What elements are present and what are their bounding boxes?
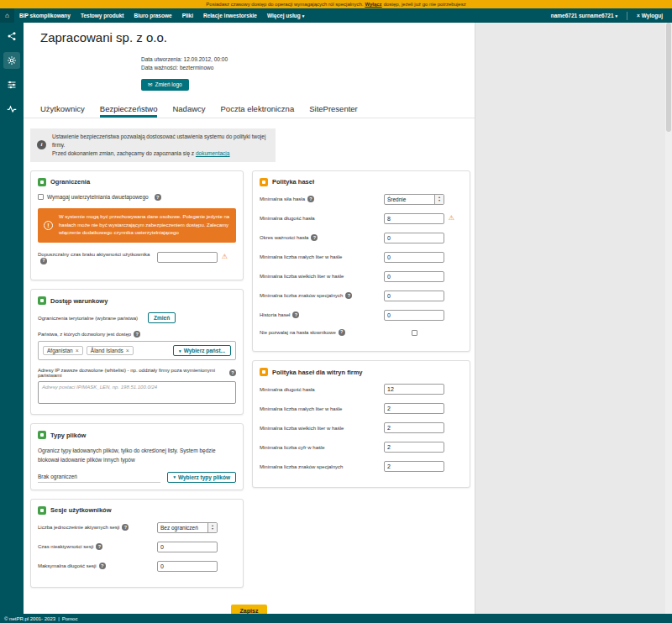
sidebar-item-share[interactable]	[3, 28, 20, 44]
created-date: Data utworzenia: 12.09.2012, 00:00	[141, 55, 475, 64]
left-column: Ograniczenia Wymagaj uwierzytelniania dw…	[30, 170, 244, 596]
file-types-card-icon	[38, 431, 46, 439]
password-strength-select[interactable]: Średnie ▴ ▾	[384, 194, 444, 205]
page-scrollbar[interactable]	[665, 23, 672, 614]
remove-tag-icon[interactable]: ×	[126, 348, 129, 353]
min-lowercase-input[interactable]	[384, 252, 444, 263]
disable-access-link[interactable]: Wyłącz	[365, 2, 381, 7]
help-icon[interactable]: ?	[292, 312, 299, 318]
select-file-types-button[interactable]: ▾ Wybierz typy plików	[167, 472, 236, 483]
notice-text-before: Posiadasz czasowy dostęp do operacji wym…	[206, 2, 363, 7]
logout-button[interactable]: × Wyloguj	[632, 13, 668, 18]
help-icon[interactable]: ?	[99, 563, 106, 569]
save-button[interactable]: Zapisz	[231, 605, 268, 614]
ip-whitelist-textarea[interactable]	[38, 381, 236, 404]
site-min-uppercase-input[interactable]	[384, 422, 444, 433]
help-link[interactable]: Pomoc	[62, 616, 78, 621]
help-icon[interactable]: ?	[307, 196, 314, 202]
country-tags: Afganistan × Åland Islands ×	[43, 346, 134, 355]
tab-bezpieczenstwo[interactable]: Bezpieczeństwo	[100, 104, 158, 118]
left-sidebar	[0, 23, 24, 614]
site-min-lowercase-input[interactable]	[384, 403, 444, 414]
country-selection-box: Afganistan × Åland Islands × ▾ Wybierz p…	[38, 341, 236, 360]
help-icon[interactable]: ?	[345, 292, 352, 299]
info-line-2: Przed dokonaniem zmian, zachęcamy do zap…	[52, 149, 269, 158]
field-label: Liczba jednocześnie aktywnych sesji ?	[38, 524, 157, 531]
help-icon[interactable]: ?	[311, 234, 318, 241]
stepper[interactable]: ▴ ▾	[207, 523, 217, 532]
warning-text: W systemie mogą być przechowywana dane o…	[59, 213, 230, 238]
chevron-down-icon: ▾	[179, 348, 181, 353]
site-min-password-length-input[interactable]	[384, 384, 444, 395]
restrictions-card-icon	[38, 178, 46, 186]
sidebar-item-activity[interactable]	[3, 101, 20, 118]
password-expiry-input[interactable]	[384, 233, 444, 243]
card-header: Dostęp warunkowy	[38, 296, 236, 305]
help-icon[interactable]: ?	[40, 258, 47, 264]
field-label: Minimalna liczba cyfr w haśle	[260, 444, 384, 451]
help-icon[interactable]: ?	[229, 369, 236, 376]
stepper[interactable]: ▴ ▾	[434, 195, 444, 204]
change-logo-button[interactable]: ✉ Zmień logo	[141, 79, 189, 91]
two-factor-label: Wymagaj uwierzytelniania dwuetapowego	[47, 194, 149, 200]
two-factor-row: Wymagaj uwierzytelniania dwuetapowego ?	[38, 194, 236, 201]
nav-item-wiecej-uslug[interactable]: Więcej usług ▾	[262, 13, 309, 18]
session-inactivity-input[interactable]	[157, 542, 218, 552]
tab-uzytkownicy[interactable]: Użytkownicy	[40, 104, 85, 118]
company-meta: Data utworzenia: 12.09.2012, 00:00 Data …	[141, 55, 475, 73]
nav-item-biuro-prasowe[interactable]: Biuro prasowe	[129, 13, 176, 18]
tab-nadawcy[interactable]: Nadawcy	[172, 104, 205, 118]
sidebar-item-settings[interactable]	[3, 52, 20, 69]
help-icon[interactable]: ?	[155, 194, 161, 201]
remove-tag-icon[interactable]: ×	[76, 348, 79, 353]
territorial-row: Ograniczenia terytorialne (wybrane państ…	[38, 312, 236, 323]
validity-date: Data ważności: bezterminowo	[141, 64, 475, 72]
scrollbar-thumb[interactable]	[666, 23, 671, 132]
gear-icon	[7, 55, 17, 65]
sidebar-item-admin[interactable]	[3, 76, 20, 93]
home-button[interactable]: ⌂	[0, 8, 14, 23]
home-icon: ⌂	[5, 12, 9, 19]
logout-icon: ×	[637, 13, 640, 18]
documentation-link[interactable]: dokumentacją	[196, 150, 229, 156]
site-min-digits-input[interactable]	[384, 442, 444, 453]
no-dictionary-passwords-row: Nie pozwalaj na hasła słownikowe ?	[260, 329, 463, 336]
help-icon[interactable]: ?	[339, 329, 345, 336]
select-countries-button[interactable]: ▾ Wybierz państ...	[173, 345, 231, 356]
change-territorial-button[interactable]: Zmień	[148, 312, 176, 323]
nav-item-relacje-inwestorskie[interactable]: Relacje inwestorskie	[198, 13, 262, 18]
site-min-special-chars-input[interactable]	[384, 461, 444, 472]
sliders-icon	[7, 80, 17, 90]
footer-separator: |	[58, 616, 60, 621]
two-factor-checkbox[interactable]	[38, 194, 44, 200]
file-types-description: Ogranicz typy ładowanych plików, tylko d…	[38, 447, 236, 464]
help-icon[interactable]: ?	[122, 524, 129, 531]
password-policy-card-icon	[260, 178, 268, 186]
card-ograniczenia: Ograniczenia Wymagaj uwierzytelniania dw…	[30, 170, 244, 280]
tab-sitepresenter[interactable]: SitePresenter	[309, 104, 358, 118]
session-max-length-input[interactable]	[157, 561, 218, 572]
min-uppercase-input[interactable]	[384, 271, 444, 282]
nav-item-bip-skomplikowany[interactable]: BIP skomplikowany	[14, 13, 76, 18]
top-navbar: ⌂ BIP skomplikowany Testowy produkt Biur…	[0, 8, 672, 23]
field-label: Historia haseł ?	[260, 312, 384, 318]
tab-poczta-elektroniczna[interactable]: Poczta elektroniczna	[221, 104, 295, 118]
field-label: Minimalna długość hasła	[260, 386, 384, 393]
password-history-input[interactable]	[384, 310, 444, 321]
tab-bar: Użytkownicy Bezpieczeństwo Nadawcy Poczt…	[24, 104, 475, 118]
idle-time-input[interactable]	[157, 252, 218, 263]
nav-item-testowy-produkt[interactable]: Testowy produkt	[76, 13, 129, 18]
help-icon[interactable]: ?	[96, 543, 102, 550]
field-label: Nie pozwalaj na hasła słownikowe ?	[260, 329, 384, 336]
min-special-chars-input[interactable]	[384, 291, 444, 301]
copyright-text: © netPR.pl 2001- 2023	[4, 616, 55, 621]
nav-item-pliki[interactable]: Pliki	[177, 13, 198, 18]
active-sessions-select[interactable]: Bez ograniczeń ▴ ▾	[157, 522, 218, 533]
no-dictionary-checkbox[interactable]	[412, 330, 417, 336]
right-column: Polityka haseł Minimalna siła hasła ? Śr…	[252, 170, 470, 496]
help-icon[interactable]: ?	[134, 331, 140, 338]
min-uppercase-row: Minimalna liczba wielkich liter w haśle	[260, 271, 463, 282]
user-menu[interactable]: name6721 surname6721 ▾	[546, 13, 622, 18]
caret-down-icon: ▾	[438, 199, 440, 202]
min-password-length-input[interactable]	[384, 213, 444, 224]
